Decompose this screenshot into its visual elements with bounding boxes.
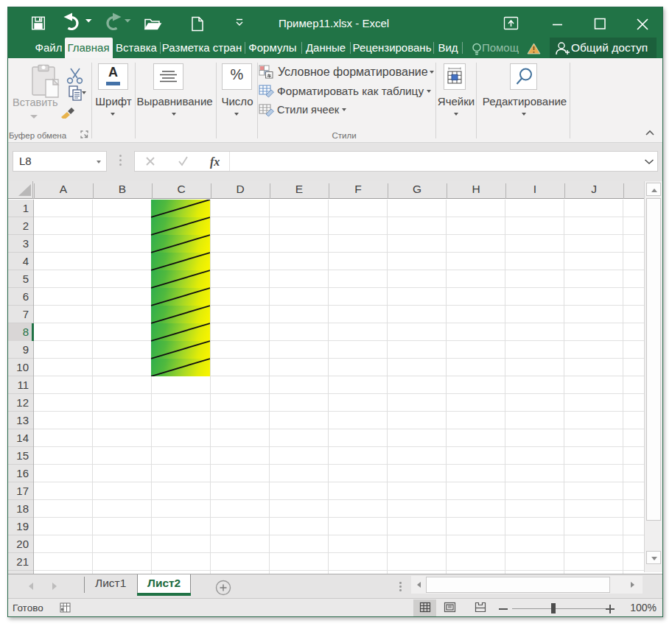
svg-text:fx: fx bbox=[210, 155, 220, 169]
